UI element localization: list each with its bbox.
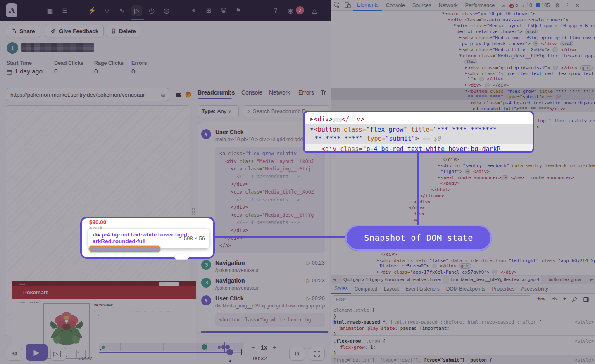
connector-horizontal	[214, 236, 347, 238]
tooltip-dimensions: 598 × 56	[184, 235, 205, 241]
replay-inspect-highlight: $90.00 In Stock div.p-4.bg-red.text-whit…	[80, 217, 215, 259]
dom-state-callout: ▶<div> ⋯ </div>▼<button class="flex-grow…	[303, 111, 534, 153]
product-price: $90.00	[89, 219, 106, 225]
tooltip-selector-classes: .p-4.bg-red.text-white.hover:bg-darkRed.…	[93, 232, 187, 244]
feedback-widget-pill	[174, 254, 189, 260]
connector-vertical	[417, 153, 419, 226]
snapshot-callout-pill: Snapshot of DOM state	[345, 225, 492, 251]
tutorial-highlights: $90.00 In Stock div.p-4.bg-red.text-whit…	[0, 0, 595, 364]
tooltip-selector-tag: div	[93, 232, 100, 238]
callout-label: Snapshot of DOM state	[364, 233, 473, 243]
masked-button-label: ··· ·· ····	[118, 248, 131, 250]
highlighted-buy-button[interactable]: ··· ·· ····	[89, 246, 160, 252]
